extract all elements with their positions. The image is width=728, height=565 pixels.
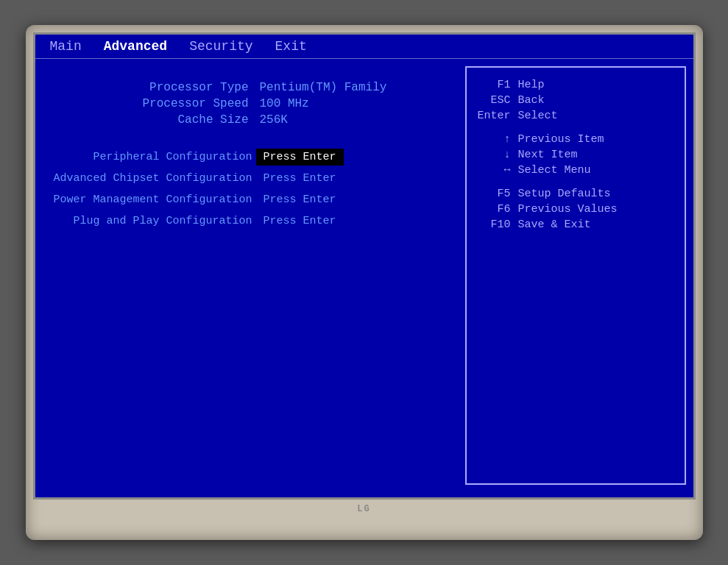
help-lr-row: ↔ Select Menu xyxy=(478,164,674,177)
bios-screen: Main Advanced Security Exit Processor Ty… xyxy=(33,32,696,500)
help-f10-desc: Save & Exit xyxy=(518,218,591,231)
help-enter-row: Enter Select xyxy=(478,110,674,122)
help-f1-key: F1 xyxy=(478,79,518,91)
help-enter-key: Enter xyxy=(478,110,518,122)
monitor-brand: LG xyxy=(357,500,370,518)
menu-item-advanced[interactable]: Advanced xyxy=(104,39,167,54)
monitor-frame: Main Advanced Security Exit Processor Ty… xyxy=(26,25,703,540)
plug-play-label: Plug and Play Configuration xyxy=(50,215,256,227)
peripheral-config-row[interactable]: Peripheral Configuration Press Enter xyxy=(50,149,450,166)
help-lr-desc: Select Menu xyxy=(518,164,591,177)
help-esc-row: ESC Back xyxy=(478,94,674,107)
help-up-desc: Previous Item xyxy=(518,133,604,146)
plug-play-value: Press Enter xyxy=(256,213,344,230)
help-panel: F1 Help ESC Back Enter Select ↑ xyxy=(465,66,686,485)
help-lr-key: ↔ xyxy=(478,164,518,177)
processor-type-row: Processor Type Pentium(TM) Family xyxy=(50,81,450,94)
help-f6-key: F6 xyxy=(478,203,518,216)
help-f6-row: F6 Previous Values xyxy=(478,203,674,216)
help-f5-desc: Setup Defaults xyxy=(518,188,611,200)
help-f5-row: F5 Setup Defaults xyxy=(478,188,674,200)
cache-size-value: 256K xyxy=(256,113,288,127)
menu-bar: Main Advanced Security Exit xyxy=(35,35,693,59)
info-section: Processor Type Pentium(TM) Family Proces… xyxy=(50,81,450,127)
processor-speed-label: Processor Speed xyxy=(50,97,256,110)
help-f5-key: F5 xyxy=(478,188,518,200)
cache-size-label: Cache Size xyxy=(50,113,256,127)
help-f10-key: F10 xyxy=(478,218,518,231)
help-f1-desc: Help xyxy=(518,79,545,91)
advanced-chipset-value: Press Enter xyxy=(256,170,344,187)
help-esc-key: ESC xyxy=(478,94,518,107)
config-section: Peripheral Configuration Press Enter Adv… xyxy=(50,149,450,230)
processor-type-value: Pentium(TM) Family xyxy=(256,81,387,94)
power-management-value: Press Enter xyxy=(256,191,344,208)
main-content: Processor Type Pentium(TM) Family Proces… xyxy=(35,59,465,492)
power-management-row[interactable]: Power Management Configuration Press Ent… xyxy=(50,191,450,208)
processor-speed-value: 100 MHz xyxy=(256,97,309,110)
processor-speed-row: Processor Speed 100 MHz xyxy=(50,97,450,110)
menu-item-security[interactable]: Security xyxy=(189,39,252,54)
help-functions-section: F5 Setup Defaults F6 Previous Values F10… xyxy=(478,188,674,231)
help-keys-section: F1 Help ESC Back Enter Select xyxy=(478,79,674,122)
menu-item-main[interactable]: Main xyxy=(50,39,82,54)
help-down-key: ↓ xyxy=(478,149,518,161)
help-f10-row: F10 Save & Exit xyxy=(478,218,674,231)
content-area: Processor Type Pentium(TM) Family Proces… xyxy=(35,59,693,492)
help-up-row: ↑ Previous Item xyxy=(478,133,674,146)
plug-play-row[interactable]: Plug and Play Configuration Press Enter xyxy=(50,213,450,230)
cache-size-row: Cache Size 256K xyxy=(50,113,450,127)
menu-item-exit[interactable]: Exit xyxy=(275,39,307,54)
advanced-chipset-label: Advanced Chipset Configuration xyxy=(50,172,256,185)
help-f6-desc: Previous Values xyxy=(518,203,618,216)
help-down-row: ↓ Next Item xyxy=(478,149,674,161)
peripheral-config-label: Peripheral Configuration xyxy=(50,151,256,163)
processor-type-label: Processor Type xyxy=(50,81,256,94)
help-nav-section: ↑ Previous Item ↓ Next Item ↔ Select Men… xyxy=(478,133,674,177)
help-down-desc: Next Item xyxy=(518,149,578,161)
help-enter-desc: Select xyxy=(518,110,558,122)
help-up-key: ↑ xyxy=(478,133,518,146)
help-f1-row: F1 Help xyxy=(478,79,674,91)
power-management-label: Power Management Configuration xyxy=(50,193,256,206)
help-esc-desc: Back xyxy=(518,94,545,107)
advanced-chipset-row[interactable]: Advanced Chipset Configuration Press Ent… xyxy=(50,170,450,187)
peripheral-config-value: Press Enter xyxy=(256,149,344,166)
